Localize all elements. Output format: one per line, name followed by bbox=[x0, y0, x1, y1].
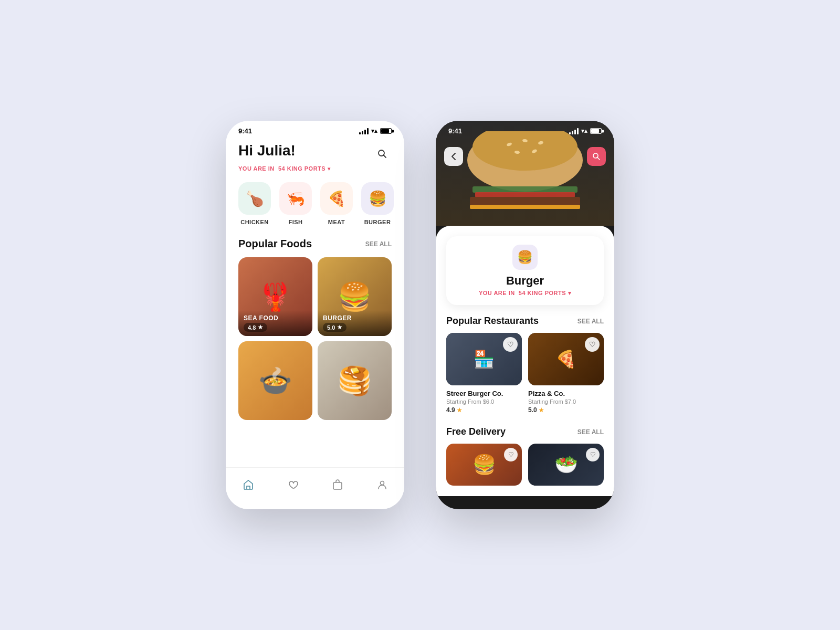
search-button-right[interactable] bbox=[587, 147, 606, 166]
fish-icon: 🦐 bbox=[287, 190, 305, 207]
meat-label: MEAT bbox=[328, 219, 345, 225]
svg-rect-12 bbox=[475, 192, 575, 197]
back-button[interactable] bbox=[444, 147, 463, 166]
svg-rect-2 bbox=[333, 482, 342, 489]
back-arrow-icon bbox=[451, 152, 456, 161]
category-meat[interactable]: 🍕 MEAT bbox=[320, 182, 353, 225]
burger-icon: 🍔 bbox=[369, 190, 387, 207]
location-line-left[interactable]: YOU ARE IN 54 KING PORTS ▾ bbox=[238, 165, 392, 172]
popular-foods-header: Popular Foods SEE ALL bbox=[238, 238, 392, 250]
search-icon-right bbox=[592, 152, 601, 161]
pizza-card-img: 🍕 ♡ bbox=[528, 333, 604, 385]
food-card-burger[interactable]: 🍔 BURGER 5.0 ★ bbox=[318, 257, 392, 336]
nav-bag[interactable] bbox=[327, 474, 348, 495]
burger-category-icon: 🍔 bbox=[512, 245, 538, 270]
svg-rect-11 bbox=[472, 186, 578, 193]
streer-favorite[interactable]: ♡ bbox=[503, 337, 518, 352]
soup-image: 🍲 bbox=[238, 341, 312, 420]
category-fish[interactable]: 🦐 FISH bbox=[279, 182, 312, 225]
popular-foods-title: Popular Foods bbox=[238, 238, 312, 250]
time-left: 9:41 bbox=[238, 127, 252, 135]
streer-info: Streer Burger Co. Starting From $6.0 4.9… bbox=[446, 385, 522, 416]
restaurant-pizza[interactable]: 🍕 ♡ Pizza & Co. Starting From $7.0 5.0 ★ bbox=[528, 333, 604, 416]
chevron-right: ▾ bbox=[568, 290, 572, 296]
free-delivery-header: Free Delivery SEE ALL bbox=[446, 426, 604, 437]
battery-left bbox=[380, 128, 392, 134]
nav-home[interactable] bbox=[238, 474, 259, 495]
wifi-icon-left: ▾▴ bbox=[371, 128, 377, 134]
chicken-icon-wrap: 🍗 bbox=[238, 182, 271, 215]
food-card-soup[interactable]: 🍲 bbox=[238, 341, 312, 420]
popular-restaurants-header: Popular Restaurants SEE ALL bbox=[446, 316, 604, 327]
burger-category-card: 🍔 Burger YOU ARE IN 54 KING PORTS ▾ bbox=[446, 236, 604, 305]
streer-rating-value: 4.9 bbox=[446, 406, 455, 414]
categories: 🍗 CHICKEN 🦐 FISH 🍕 MEAT 🍔 BUR bbox=[238, 182, 392, 225]
delivery-card-1[interactable]: 🍔 ♡ bbox=[446, 444, 522, 486]
search-button-left[interactable] bbox=[373, 144, 392, 163]
restaurant-streer[interactable]: 🏪 ♡ Streer Burger Co. Starting From $6.0… bbox=[446, 333, 522, 416]
seafood-label: SEA FOOD bbox=[244, 314, 307, 322]
delivery-grid: 🍔 ♡ 🥗 ♡ bbox=[446, 444, 604, 486]
svg-line-1 bbox=[384, 155, 386, 158]
food-card-plate[interactable]: 🥞 bbox=[318, 341, 392, 420]
pizza-info: Pizza & Co. Starting From $7.0 5.0 ★ bbox=[528, 385, 604, 416]
see-all-delivery[interactable]: SEE ALL bbox=[578, 428, 604, 436]
phone-right: 9:41 ▾▴ bbox=[436, 121, 614, 509]
right-header-buttons bbox=[436, 147, 614, 166]
food-grid: 🦞 SEA FOOD 4.8 ★ 🍔 BURGER 5.0 ★ bbox=[238, 257, 392, 420]
streer-rating: 4.9 ★ bbox=[446, 406, 522, 414]
restaurants-grid: 🏪 ♡ Streer Burger Co. Starting From $6.0… bbox=[446, 333, 604, 416]
signal-icon-left bbox=[359, 128, 369, 134]
burger-food-label: BURGER bbox=[323, 314, 386, 322]
burger-label: BURGER bbox=[364, 219, 391, 225]
burger-rating: 5.0 ★ bbox=[323, 323, 346, 332]
burger-location[interactable]: YOU ARE IN 54 KING PORTS ▾ bbox=[479, 290, 571, 297]
status-icons-right: ▾▴ bbox=[569, 128, 602, 134]
search-icon-left bbox=[377, 149, 387, 159]
burger-icon-wrap: 🍔 bbox=[361, 182, 394, 215]
burger-rating-value: 5.0 bbox=[327, 324, 335, 331]
svg-rect-13 bbox=[470, 197, 580, 205]
category-burger[interactable]: 🍔 BURGER bbox=[361, 182, 394, 225]
nav-favorites[interactable] bbox=[282, 474, 303, 495]
burger-location-name: 54 KING PORTS bbox=[519, 290, 566, 296]
popular-restaurants-title: Popular Restaurants bbox=[446, 316, 539, 327]
bottom-nav bbox=[226, 467, 404, 509]
delivery-card-2[interactable]: 🥗 ♡ bbox=[528, 444, 604, 486]
status-bar-right: 9:41 ▾▴ bbox=[436, 121, 614, 138]
see-all-foods[interactable]: SEE ALL bbox=[365, 240, 392, 248]
burger-location-prefix: YOU ARE IN bbox=[479, 290, 515, 296]
left-header: Hi Julia! bbox=[238, 142, 392, 163]
streer-name: Streer Burger Co. bbox=[446, 390, 522, 397]
burger-category-title: Burger bbox=[506, 274, 544, 288]
status-icons-left: ▾▴ bbox=[359, 128, 392, 134]
status-bar-left: 9:41 ▾▴ bbox=[226, 121, 404, 138]
nav-profile[interactable] bbox=[372, 474, 393, 495]
delivery-heart-1[interactable]: ♡ bbox=[504, 448, 518, 461]
hero-section: 9:41 ▾▴ bbox=[436, 121, 614, 226]
pizza-rating-value: 5.0 bbox=[528, 406, 537, 414]
pizza-name: Pizza & Co. bbox=[528, 390, 604, 397]
streer-star: ★ bbox=[457, 407, 462, 414]
profile-icon bbox=[376, 479, 388, 490]
battery-right bbox=[590, 128, 602, 134]
burger-star: ★ bbox=[337, 324, 342, 331]
bag-icon bbox=[332, 479, 343, 490]
plate-image: 🥞 bbox=[318, 341, 392, 420]
delivery-heart-2[interactable]: ♡ bbox=[586, 448, 600, 461]
home-icon bbox=[243, 479, 254, 490]
streer-card-img: 🏪 ♡ bbox=[446, 333, 522, 385]
time-right: 9:41 bbox=[448, 127, 462, 135]
category-chicken[interactable]: 🍗 CHICKEN bbox=[238, 182, 271, 225]
right-body: 🍔 Burger YOU ARE IN 54 KING PORTS ▾ Popu… bbox=[436, 226, 614, 496]
pizza-favorite[interactable]: ♡ bbox=[585, 337, 600, 352]
see-all-restaurants[interactable]: SEE ALL bbox=[578, 318, 604, 325]
phone-left: 9:41 ▾▴ Hi Julia! YOU ARE IN bbox=[226, 121, 404, 509]
free-delivery-title: Free Delivery bbox=[446, 426, 506, 437]
status-bar-right-wrapper: 9:41 ▾▴ bbox=[436, 121, 614, 138]
pizza-rating: 5.0 ★ bbox=[528, 406, 604, 414]
left-content: Hi Julia! YOU ARE IN 54 KING PORTS ▾ 🍗 C… bbox=[226, 142, 404, 420]
location-name-left: 54 KING PORTS bbox=[278, 165, 326, 172]
food-card-seafood[interactable]: 🦞 SEA FOOD 4.8 ★ bbox=[238, 257, 312, 336]
seafood-rating: 4.8 ★ bbox=[244, 323, 267, 332]
